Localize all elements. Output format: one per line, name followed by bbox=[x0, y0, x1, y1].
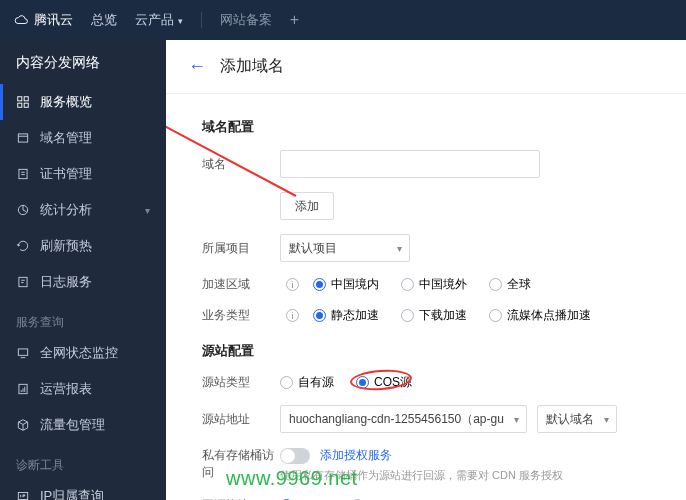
cloud-icon bbox=[14, 13, 28, 27]
src-addr-type-select[interactable]: 默认域名 bbox=[537, 405, 617, 433]
sidebar-item-cert[interactable]: 证书管理 bbox=[0, 156, 166, 192]
sidebar-item-domain[interactable]: 域名管理 bbox=[0, 120, 166, 156]
radio-type-vod[interactable]: 流媒体点播加速 bbox=[489, 307, 591, 324]
radio-type-download[interactable]: 下载加速 bbox=[401, 307, 467, 324]
svg-rect-0 bbox=[18, 97, 22, 101]
refresh-icon bbox=[16, 239, 30, 253]
svg-rect-4 bbox=[18, 134, 27, 142]
radio-src-cos[interactable]: COS源 bbox=[356, 374, 412, 391]
label-domain: 域名 bbox=[202, 156, 280, 173]
auth-link[interactable]: 添加授权服务 bbox=[320, 447, 392, 464]
svg-rect-1 bbox=[24, 97, 28, 101]
private-hint: 使用私有存储桶作为源站进行回源，需要对 CDN 服务授权 bbox=[280, 468, 563, 483]
chevron-down-icon: ▾ bbox=[145, 205, 150, 216]
main-content: ← 添加域名 域名配置 域名 添加 所属项目 默认项目 加速区域 i 中国境内 … bbox=[166, 40, 686, 500]
cert-icon bbox=[16, 167, 30, 181]
section-domain: 域名配置 bbox=[202, 118, 650, 136]
label-private: 私有存储桶访问 bbox=[202, 447, 280, 481]
info-icon[interactable]: i bbox=[286, 278, 299, 291]
private-switch[interactable] bbox=[280, 448, 310, 464]
sidebar-item-log[interactable]: 日志服务 bbox=[0, 264, 166, 300]
page-title: 添加域名 bbox=[220, 56, 284, 77]
section-origin: 源站配置 bbox=[202, 342, 650, 360]
ip-icon bbox=[16, 489, 30, 500]
svg-rect-5 bbox=[19, 169, 27, 178]
page-header: ← 添加域名 bbox=[166, 40, 686, 94]
radio-region-cn[interactable]: 中国境内 bbox=[313, 276, 379, 293]
radio-type-static[interactable]: 静态加速 bbox=[313, 307, 379, 324]
sidebar-group-query: 服务查询 bbox=[0, 300, 166, 335]
log-icon bbox=[16, 275, 30, 289]
label-biztype: 业务类型 bbox=[202, 307, 280, 324]
nav-overview[interactable]: 总览 bbox=[91, 11, 117, 29]
top-bar: 腾讯云 总览 云产品 ▾ 网站备案 + bbox=[0, 0, 686, 40]
svg-rect-8 bbox=[18, 349, 27, 355]
report-icon bbox=[16, 382, 30, 396]
svg-rect-7 bbox=[19, 277, 27, 286]
package-icon bbox=[16, 418, 30, 432]
chart-icon bbox=[16, 203, 30, 217]
nav-add[interactable]: + bbox=[290, 11, 299, 29]
info-icon[interactable]: i bbox=[286, 309, 299, 322]
project-select[interactable]: 默认项目 bbox=[280, 234, 410, 262]
label-project: 所属项目 bbox=[202, 240, 280, 257]
nav-beian[interactable]: 网站备案 bbox=[220, 11, 272, 29]
sidebar-title: 内容分发网络 bbox=[0, 40, 166, 84]
brand-logo[interactable]: 腾讯云 bbox=[14, 11, 73, 29]
sidebar-item-monitor[interactable]: 全网状态监控 bbox=[0, 335, 166, 371]
sidebar-item-traffic[interactable]: 流量包管理 bbox=[0, 407, 166, 443]
sidebar-item-overview[interactable]: 服务概览 bbox=[0, 84, 166, 120]
add-button[interactable]: 添加 bbox=[280, 192, 334, 220]
sidebar-item-report[interactable]: 运营报表 bbox=[0, 371, 166, 407]
label-srcaddr: 源站地址 bbox=[202, 411, 280, 428]
monitor-icon bbox=[16, 346, 30, 360]
svg-rect-2 bbox=[18, 103, 22, 107]
list-icon bbox=[16, 131, 30, 145]
src-addr-select[interactable]: huochangliang-cdn-1255456150（ap-gu bbox=[280, 405, 527, 433]
sidebar: 内容分发网络 服务概览 域名管理 证书管理 统计分析 ▾ 刷新预热 日志服务 服… bbox=[0, 40, 166, 500]
sidebar-item-refresh[interactable]: 刷新预热 bbox=[0, 228, 166, 264]
radio-region-intl[interactable]: 中国境外 bbox=[401, 276, 467, 293]
nav-products[interactable]: 云产品 ▾ bbox=[135, 11, 183, 29]
label-region: 加速区域 bbox=[202, 276, 280, 293]
grid-icon bbox=[16, 95, 30, 109]
sidebar-group-diag: 诊断工具 bbox=[0, 443, 166, 478]
sidebar-item-stats[interactable]: 统计分析 ▾ bbox=[0, 192, 166, 228]
radio-region-global[interactable]: 全球 bbox=[489, 276, 531, 293]
label-srctype: 源站类型 bbox=[202, 374, 280, 391]
sidebar-item-ip[interactable]: IP归属查询 bbox=[0, 478, 166, 500]
domain-input[interactable] bbox=[280, 150, 540, 178]
radio-src-own[interactable]: 自有源 bbox=[280, 374, 334, 391]
back-button[interactable]: ← bbox=[188, 56, 206, 77]
svg-rect-3 bbox=[24, 103, 28, 107]
